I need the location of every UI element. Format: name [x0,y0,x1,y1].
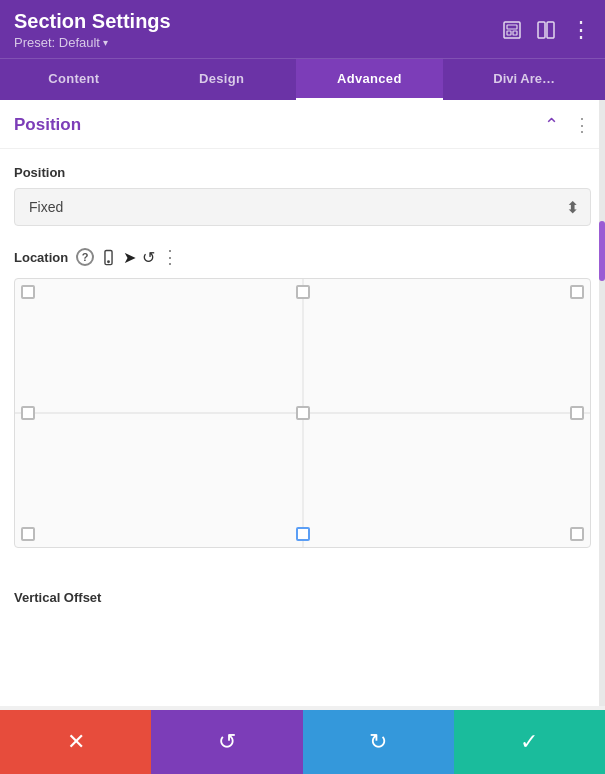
bottom-bar: ✕ ↺ ↻ ✓ [0,710,605,774]
section-header: Position ⌃ ⋮ [0,100,605,149]
app-wrapper: Section Settings Preset: Default ▾ [0,0,605,774]
wireframe-icon[interactable] [502,20,522,40]
section-more-icon[interactable]: ⋮ [573,114,591,136]
columns-icon[interactable] [536,20,556,40]
location-more-icon[interactable]: ⋮ [161,246,179,268]
mobile-icon[interactable] [100,249,117,266]
header: Section Settings Preset: Default ▾ [0,0,605,58]
preset-chevron-icon[interactable]: ▾ [103,37,108,48]
handle-top-left[interactable] [21,285,35,299]
section-header-right: ⌃ ⋮ [544,114,591,136]
cancel-button[interactable]: ✕ [0,710,151,774]
vertical-offset-label: Vertical Offset [0,580,605,609]
handle-top-center[interactable] [296,285,310,299]
tabs-bar: Content Design Advanced Divi Are… [0,58,605,100]
location-row: Location ? ➤ ↺ ⋮ [14,246,591,268]
header-icons: ⋮ [502,17,591,43]
handle-bot-left[interactable] [21,527,35,541]
svg-rect-5 [547,22,554,38]
handle-top-right[interactable] [570,285,584,299]
form-section: Position Fixed Default Absolute Relative… [0,149,605,580]
svg-rect-0 [504,22,520,38]
section-title: Position [14,115,81,135]
svg-rect-2 [507,31,511,35]
page-title: Section Settings [14,10,171,33]
handle-mid-right[interactable] [570,406,584,420]
redo-icon: ↻ [369,729,387,755]
header-left: Section Settings Preset: Default ▾ [14,10,171,50]
handle-bot-center[interactable] [296,527,310,541]
preset-label: Preset: Default [14,35,100,50]
undo-button[interactable]: ↺ [151,710,302,774]
section-collapse-icon[interactable]: ⌃ [544,114,559,136]
handle-mid-left[interactable] [21,406,35,420]
svg-point-7 [108,261,109,262]
cancel-icon: ✕ [67,729,85,755]
tab-divi-area[interactable]: Divi Are… [443,59,605,100]
help-icon[interactable]: ? [76,248,94,266]
save-icon: ✓ [520,729,538,755]
redo-button[interactable]: ↻ [303,710,454,774]
handle-bot-right[interactable] [570,527,584,541]
scrollbar-track[interactable] [599,100,605,706]
scrollbar-thumb[interactable] [599,221,605,281]
position-select[interactable]: Fixed Default Absolute Relative Static [14,188,591,226]
header-preset[interactable]: Preset: Default ▾ [14,35,171,50]
content-area: Position ⌃ ⋮ Position Fixed Default Abso… [0,100,605,706]
location-icons: ? ➤ ↺ ⋮ [76,246,179,268]
tab-content[interactable]: Content [0,59,148,100]
position-label: Position [14,165,591,180]
location-grid[interactable] [14,278,591,548]
header-more-icon[interactable]: ⋮ [570,17,591,43]
svg-rect-3 [513,31,517,35]
tab-design[interactable]: Design [148,59,296,100]
position-select-wrapper: Fixed Default Absolute Relative Static ⬍ [14,188,591,226]
tab-advanced[interactable]: Advanced [296,59,444,100]
handle-mid-center[interactable] [296,406,310,420]
svg-rect-1 [507,25,517,29]
svg-rect-4 [538,22,545,38]
cursor-icon[interactable]: ➤ [123,248,136,267]
location-label: Location [14,250,68,265]
reset-location-icon[interactable]: ↺ [142,248,155,267]
undo-icon: ↺ [218,729,236,755]
save-button[interactable]: ✓ [454,710,605,774]
